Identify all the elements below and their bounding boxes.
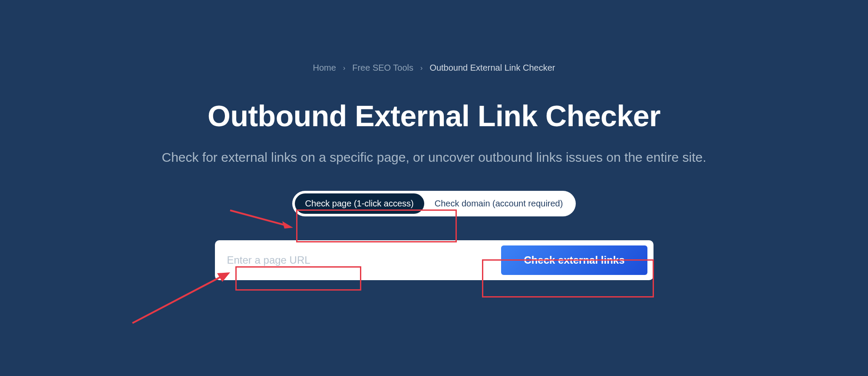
chevron-right-icon: › xyxy=(343,64,345,72)
breadcrumb-home[interactable]: Home xyxy=(313,63,336,73)
url-input[interactable] xyxy=(227,250,493,271)
svg-line-2 xyxy=(132,275,224,323)
tab-check-domain[interactable]: Check domain (account required) xyxy=(424,193,574,214)
page-subtitle: Check for external links on a specific p… xyxy=(96,150,773,165)
page-title: Outbound External Link Checker xyxy=(96,99,773,133)
breadcrumb: Home › Free SEO Tools › Outbound Externa… xyxy=(96,63,773,73)
breadcrumb-current: Outbound External Link Checker xyxy=(429,63,555,73)
check-button[interactable]: Check external links xyxy=(501,245,647,275)
mode-tabs: Check page (1-click access) Check domain… xyxy=(292,191,576,216)
tab-check-page[interactable]: Check page (1-click access) xyxy=(295,193,424,214)
breadcrumb-tools[interactable]: Free SEO Tools xyxy=(352,63,413,73)
chevron-right-icon: › xyxy=(420,64,422,72)
search-container: Check external links xyxy=(215,240,653,280)
